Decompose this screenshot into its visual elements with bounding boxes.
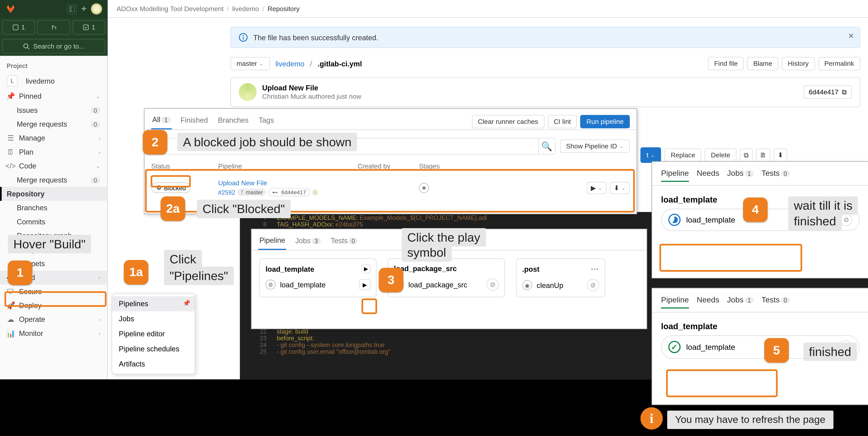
delete-button[interactable]: Delete (705, 149, 736, 162)
pipeline-title[interactable]: Upload New File (218, 179, 267, 187)
anno-badge-4: 4 (743, 197, 768, 222)
mtab-jobs[interactable]: Jobs1 (727, 168, 754, 182)
sidebar-item-code-mr[interactable]: Merge requests0 (0, 173, 107, 187)
sidebar-item-deploy[interactable]: 🚀Deploy› (0, 299, 107, 312)
crumb-project[interactable]: livedemo (232, 5, 259, 12)
tab-branches[interactable]: Branches (217, 114, 250, 129)
add-icon[interactable]: + (81, 4, 86, 14)
tab-finished[interactable]: Finished (179, 114, 209, 129)
circle-icon: ◉ (522, 280, 532, 290)
anno-badge-2a: 2a (161, 196, 185, 221)
path-root[interactable]: livedemo (275, 59, 304, 68)
permalink-button[interactable]: Permalink (818, 57, 860, 70)
blame-button[interactable]: Blame (747, 57, 778, 70)
download-icon[interactable]: ⬇ (774, 149, 787, 162)
anno-badge-2: 2 (143, 130, 167, 155)
anno-text-click-pipelines-2: "Pipelines" (164, 267, 234, 285)
commit-author[interactable]: Christian Muck (262, 93, 306, 100)
ptab-tests[interactable]: Tests0 (330, 234, 359, 249)
mtab-jobs[interactable]: Jobs1 (727, 295, 754, 309)
path-file: .gitlab-ci.yml (318, 59, 362, 68)
sidebar-item-repository[interactable]: Repository (0, 187, 107, 201)
stage-name: load_package_src (394, 264, 457, 273)
sidebar-item-plan[interactable]: 🗓Plan› (0, 145, 107, 159)
sidebar-item-issues[interactable]: Issues0 (0, 103, 107, 117)
cancel-icon[interactable]: ⊘ (487, 278, 499, 291)
history-button[interactable]: History (782, 57, 815, 70)
mtab-pipeline[interactable]: Pipeline (661, 168, 689, 182)
submenu-editor[interactable]: Pipeline editor (112, 326, 195, 341)
cancel-icon[interactable]: ⊘ (840, 214, 852, 226)
sidebar-item-monitor[interactable]: 📊Monitor› (0, 326, 107, 340)
find-file-button[interactable]: Find file (708, 57, 744, 70)
svg-rect-8 (243, 37, 244, 40)
anno-text-click-blocked: Click "Blocked" (197, 200, 290, 218)
submenu-jobs[interactable]: Jobs (112, 311, 195, 326)
search-bar[interactable]: Search or go to... (0, 37, 107, 56)
close-icon[interactable]: ✕ (848, 32, 854, 40)
todo-counter[interactable]: 1 (72, 20, 105, 34)
pipeline-ref[interactable]: ᚶmaster (238, 188, 266, 196)
stage-play-icon[interactable]: ▶ (362, 264, 370, 273)
project-link[interactable]: L livedemo (0, 72, 107, 89)
copy-contents-icon[interactable]: ⧉ (740, 149, 753, 162)
ptab-pipeline[interactable]: Pipeline (258, 233, 286, 250)
mtab-tests[interactable]: Tests0 (762, 168, 790, 182)
sidebar-toggle-icon[interactable] (67, 4, 77, 14)
mtab-needs[interactable]: Needs (696, 295, 719, 309)
run-pipeline-button[interactable]: Run pipeline (580, 115, 630, 128)
edit-dropdown[interactable]: t ⌄ (641, 147, 661, 163)
copy-icon[interactable]: ⧉ (842, 88, 847, 96)
submenu-schedules[interactable]: Pipeline schedules (112, 341, 195, 356)
project-name: livedemo (26, 77, 55, 85)
branch-selector[interactable]: master ⌄ (230, 57, 270, 70)
row-download-button[interactable]: ⬇ ⌄ (610, 182, 630, 194)
sidebar-item-code[interactable]: </>Code⌄ (0, 159, 107, 173)
mr-counter[interactable] (37, 20, 70, 34)
commit-box: Upload New File Christian Muck authored … (230, 77, 860, 107)
more-icon[interactable]: ⋯ (591, 264, 599, 273)
sidebar-item-branches[interactable]: Branches (0, 201, 107, 215)
tab-all[interactable]: All1 (151, 113, 172, 129)
pin-icon[interactable]: 📌 (183, 300, 190, 307)
job-load-template[interactable]: ⚙ load_template ▶ (266, 279, 370, 290)
job-play-button[interactable]: ▶ (359, 279, 370, 290)
sidebar-item-merge-requests[interactable]: Merge requests0 (0, 117, 107, 131)
pipeline-sha[interactable]: ⊷ 6d44e417 (268, 188, 310, 196)
svg-line-5 (28, 48, 29, 49)
issues-counter[interactable]: 1 (2, 20, 35, 34)
ptab-jobs[interactable]: Jobs3 (294, 234, 322, 249)
commit-sha[interactable]: 6d44e417 ⧉ (804, 86, 852, 99)
branch-icon: ᚶ (241, 189, 244, 195)
stage-status-icon[interactable] (419, 183, 429, 193)
sidebar-item-manage[interactable]: ☰Manage› (0, 131, 107, 145)
mtab-pipeline[interactable]: Pipeline (661, 295, 689, 309)
clear-caches-button[interactable]: Clear runner caches (472, 115, 544, 128)
sidebar-item-commits[interactable]: Commits (0, 215, 107, 229)
raw-icon[interactable]: 🗎 (756, 149, 771, 162)
sidebar-item-pinned[interactable]: 📌 Pinned⌄ (0, 89, 107, 103)
job-load-package-src[interactable]: ◉ load_package_src ⊘ (394, 278, 499, 291)
mtab-tests[interactable]: Tests0 (762, 295, 790, 309)
tab-tags[interactable]: Tags (258, 114, 275, 129)
replace-button[interactable]: Replace (665, 149, 702, 162)
running-icon (668, 214, 681, 226)
pipelines-tabs: All1 Finished Branches Tags Clear runner… (145, 109, 637, 130)
anno-badge-5: 5 (764, 338, 789, 363)
job-cleanup[interactable]: ◉ cleanUp ⊘ (522, 279, 599, 291)
svg-point-4 (24, 44, 28, 48)
user-avatar[interactable] (91, 3, 102, 14)
pipeline-row[interactable]: ⚙Blocked Upload New File #2592 ᚶmaster ⊷… (145, 174, 637, 202)
sidebar-item-operate[interactable]: ☁Operate› (0, 312, 107, 326)
pipeline-id[interactable]: #2592 (218, 189, 235, 196)
submenu-artifacts[interactable]: Artifacts (112, 356, 195, 372)
status-blocked[interactable]: ⚙Blocked (151, 183, 191, 193)
cancel-icon[interactable]: ⊘ (587, 279, 599, 291)
sidebar-item-secure[interactable]: 🛡Secure› (0, 285, 107, 299)
ci-lint-button[interactable]: CI lint (548, 115, 577, 128)
mtab-needs[interactable]: Needs (696, 168, 719, 182)
submenu-pipelines[interactable]: Pipelines📌 (112, 296, 195, 311)
crumb-group[interactable]: ADOxx Modelling Tool Development (117, 5, 223, 12)
row-play-button[interactable]: ▶ ⌄ (587, 182, 607, 194)
show-pipeline-id[interactable]: Show Pipeline ID ⌄ (560, 139, 630, 153)
